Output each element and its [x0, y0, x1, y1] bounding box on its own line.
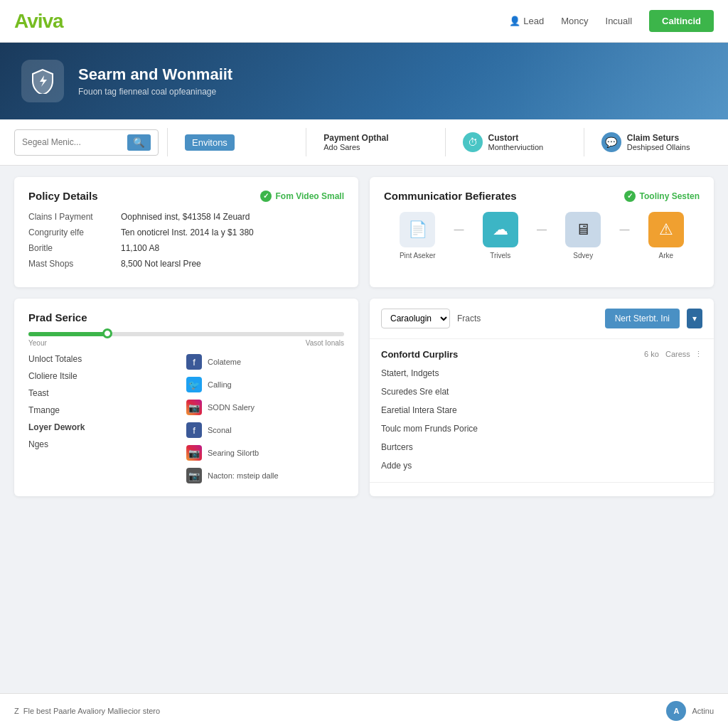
comm-step-label-3: Arke — [658, 252, 673, 259]
progress-thumb — [102, 328, 112, 338]
hero-icon — [21, 60, 64, 102]
list-item-5: Adde ys — [381, 459, 702, 472]
product-left-0: Unloct Totales — [28, 354, 186, 364]
camera-icon: 📷 — [186, 468, 202, 483]
product-right-4: 📷 Searing Silortb — [186, 445, 344, 461]
policy-value-3: 8,500 Not learsl Pree — [121, 259, 201, 269]
policy-details-title: Policy Details — [28, 190, 98, 202]
comm-step-label-1: Trivels — [490, 252, 510, 259]
logo: Aviva — [14, 10, 63, 33]
product-right-label-4: Searing Silortb — [208, 449, 259, 457]
progress-left-label: Yeour — [28, 339, 47, 347]
main-content: Policy Details Fom Video Small Clains I … — [0, 166, 728, 508]
hero-title: Searm and Wonmaiit — [78, 65, 232, 84]
claim-icon: 💬 — [601, 132, 621, 152]
policy-value-2: 11,100 A8 — [121, 243, 159, 253]
product-left-2: Teast — [28, 388, 186, 398]
comm-step-icon-0: 📄 — [400, 212, 435, 247]
policy-row-0: Clains I Payment Oophnised inst, $41358 … — [28, 212, 344, 222]
progress-track — [28, 332, 344, 336]
product-col-right: f Colateme 🐦 Calling 📷 SODN Salery f Sco… — [186, 354, 344, 483]
toolbar-item-customer[interactable]: ⏱ Custort Montherviuction — [454, 128, 575, 156]
customer-icon: ⏱ — [463, 132, 483, 152]
search-input[interactable] — [22, 137, 122, 147]
right-panel-list: Statert, Indgets Scuredes Sre elat Earet… — [381, 367, 702, 472]
comm-step-icon-1: ☁ — [483, 212, 518, 247]
product-right-label-0: Colateme — [208, 358, 241, 366]
toolbar-item-envitons[interactable]: Envitons — [176, 130, 297, 155]
toolbar-envitons-label: Envitons — [185, 134, 235, 151]
product-right-label-3: Sconal — [208, 426, 232, 434]
bottom-bar: Z Fle best Paarle Avaliory Malliecior st… — [0, 693, 728, 728]
toolbar-divider-3 — [445, 128, 446, 156]
policy-row-1: Congrurity elfe Ten onoticrel Inst. 2014… — [28, 228, 344, 237]
toolbar: 🔍 Envitons Payment Opthal Ado Sares ⏱ Cu… — [0, 119, 728, 166]
hero-subtitle: Fouon tag fienneal coal opfeaninage — [78, 87, 232, 97]
right-panel-section-title: Confortd Curplirs — [381, 349, 458, 360]
search-icon: 🔍 — [133, 137, 145, 148]
policy-details-badge: Fom Video Small — [260, 191, 344, 202]
product-col-left: Unloct Totales Cloliere Itsile Teast Tma… — [28, 354, 186, 483]
nav-incuall[interactable]: Incuall — [606, 16, 633, 26]
bottom-right: A Actinu — [666, 701, 714, 721]
product-right-1[interactable]: 🐦 Calling — [186, 377, 344, 392]
progress-fill — [28, 332, 107, 336]
row-1: Policy Details Fom Video Small Clains I … — [14, 177, 714, 287]
dropdown-button[interactable]: ▾ — [687, 309, 702, 328]
toolbar-item-payment[interactable]: Payment Opthal Ado Sares — [315, 129, 436, 156]
product-columns: Unloct Totales Cloliere Itsile Teast Tma… — [28, 354, 344, 483]
product-right-label-2: SODN Salery — [208, 403, 255, 412]
policy-value-0: Oophnised inst, $41358 I4 Zeuard — [121, 212, 250, 222]
nav-lead[interactable]: 👤 Lead — [509, 16, 544, 26]
comm-arrow-2: — — [537, 223, 547, 249]
communication-title: Communicatior Befierates — [384, 190, 517, 202]
communication-card: Communicatior Befierates Tooliny Sesten … — [370, 177, 714, 287]
comm-step-icon-2: 🖥 — [565, 212, 601, 247]
policy-details-card: Policy Details Fom Video Small Clains I … — [14, 177, 358, 287]
right-panel-label: Fracts — [457, 314, 598, 323]
comm-step-label-0: Pint Aseker — [400, 252, 436, 259]
header: Aviva 👤 Lead Moncy Incuall Caltincid — [0, 0, 728, 43]
search-button[interactable]: 🔍 — [127, 134, 151, 151]
facebook-icon-1: f — [186, 422, 202, 438]
toolbar-divider-4 — [584, 128, 584, 156]
comm-step-0: 📄 Pint Aseker — [384, 212, 451, 259]
communication-steps: 📄 Pint Aseker — ☁ Trivels — 🖥 Sdvey — ⚠ … — [384, 212, 700, 259]
right-panel-count: 6 ko Caress ⋮ — [644, 350, 702, 359]
product-right-3: f Sconal — [186, 422, 344, 438]
list-item-2: Earetial Intera Stare — [381, 404, 702, 417]
list-item-0: Statert, Indgets — [381, 367, 702, 380]
toolbar-claim-text: Claim Seturs Deshipsed Ollains — [627, 133, 690, 151]
next-button[interactable]: Nert Sterbt. Ini — [605, 309, 680, 328]
nav-money[interactable]: Moncy — [561, 16, 588, 26]
comm-step-1: ☁ Trivels — [467, 212, 535, 259]
hero-banner: Searm and Wonmaiit Fouon tag fienneal co… — [0, 43, 728, 119]
product-right-label-1: Calling — [208, 380, 232, 389]
product-right-0: f Colateme — [186, 354, 344, 370]
product-right-label-5: Nacton: msteip dalle — [208, 471, 279, 480]
product-right-5: 📷 Nacton: msteip dalle — [186, 468, 344, 483]
policy-row-3: Mast Shops 8,500 Not learsl Pree — [28, 259, 344, 269]
call-button[interactable]: Caltincid — [649, 10, 714, 32]
facebook-icon-0: f — [186, 354, 202, 370]
product-right-2: 📷 SODN Salery — [186, 400, 344, 415]
hero-text: Searm and Wonmaiit Fouon tag fienneal co… — [78, 65, 232, 97]
product-left-5: Nges — [28, 439, 186, 449]
toolbar-customer-text: Custort Montherviuction — [488, 133, 544, 151]
toolbar-item-claim[interactable]: 💬 Claim Seturs Deshipsed Ollains — [593, 128, 714, 156]
policy-label-3: Mast Shops — [28, 259, 121, 269]
comm-arrow-3: — — [620, 223, 630, 249]
header-nav: 👤 Lead Moncy Incuall Caltincid — [509, 10, 714, 32]
toolbar-divider-2 — [306, 128, 306, 156]
communication-header: Communicatior Befierates Tooliny Sesten — [384, 190, 700, 202]
comm-step-2: 🖥 Sdvey — [550, 212, 617, 259]
policy-row-2: Boritle 11,100 A8 — [28, 243, 344, 253]
progress-bar-wrap: Yeour Vasot Ionals — [28, 332, 344, 347]
communication-badge: Tooliny Sesten — [624, 191, 700, 202]
row-2: Prad Serice Yeour Vasot Ionals Unloct To… — [14, 299, 714, 496]
policy-label-2: Boritle — [28, 243, 121, 253]
right-panel-select[interactable]: Caraolugin — [381, 309, 450, 328]
policy-details-header: Policy Details Fom Video Small — [28, 190, 344, 202]
toolbar-divider-1 — [167, 128, 168, 156]
list-item-3: Toulc mom Frunds Porice — [381, 422, 702, 435]
